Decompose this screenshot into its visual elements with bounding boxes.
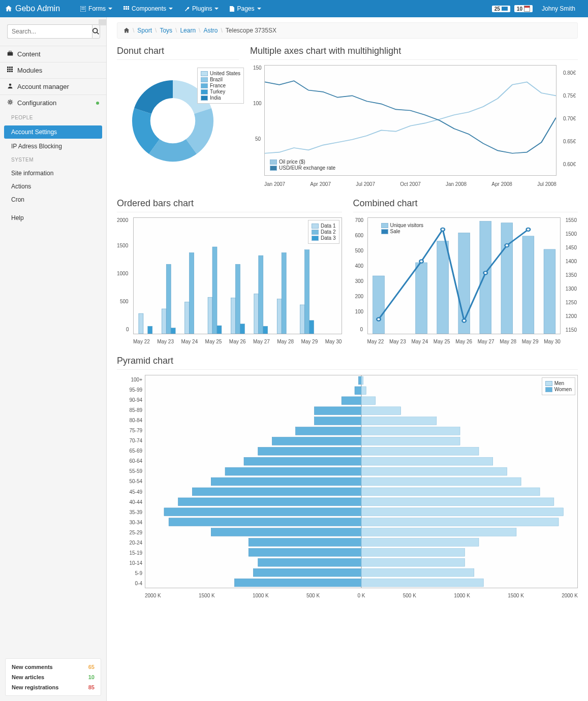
gear-icon: [7, 99, 13, 107]
sidebar-toggle[interactable]: [99, 19, 107, 25]
svg-rect-102: [361, 579, 483, 587]
combined-title: Combined chart: [353, 198, 578, 212]
stat-reg-val: 85: [88, 684, 95, 690]
svg-rect-93: [361, 488, 540, 496]
svg-rect-50: [501, 223, 513, 334]
user-menu[interactable]: Johny Smith: [537, 2, 583, 15]
svg-rect-28: [231, 298, 235, 334]
svg-rect-11: [8, 52, 13, 56]
svg-rect-7: [126, 8, 127, 10]
svg-rect-62: [355, 387, 361, 395]
svg-rect-84: [361, 397, 376, 405]
sidebar-content[interactable]: Content: [0, 46, 106, 62]
status-dot: [96, 102, 99, 105]
svg-rect-37: [282, 252, 286, 334]
svg-rect-33: [190, 252, 194, 334]
svg-rect-63: [342, 397, 361, 405]
stat-articles-val: 10: [88, 674, 95, 680]
svg-rect-91: [361, 467, 507, 475]
stat-comments-val: 65: [88, 664, 95, 670]
navbar: Gebo Admin Forms Components Plugins Page…: [0, 0, 588, 17]
brand[interactable]: Gebo Admin: [5, 4, 60, 13]
home-icon[interactable]: [123, 27, 130, 34]
caret-icon: [257, 8, 261, 10]
svg-rect-70: [225, 467, 361, 475]
svg-rect-75: [169, 518, 361, 526]
bottom-stats: New comments65 New articles10 New regist…: [5, 658, 101, 696]
svg-rect-52: [544, 249, 555, 334]
svg-rect-13: [7, 67, 9, 68]
caret-icon: [169, 8, 173, 10]
svg-rect-73: [178, 498, 361, 506]
svg-rect-76: [211, 528, 361, 536]
svg-rect-66: [296, 427, 361, 435]
svg-rect-79: [258, 558, 361, 566]
search-icon: [92, 28, 100, 35]
sidebar-site-info[interactable]: Site information: [0, 167, 106, 180]
sidebar-modules[interactable]: Modules: [0, 62, 106, 78]
sidebar-account-manager[interactable]: Account manager: [0, 79, 106, 94]
user-icon: [7, 83, 13, 90]
calendar-badge[interactable]: 10: [514, 5, 533, 12]
svg-rect-72: [192, 488, 361, 496]
svg-point-9: [93, 28, 98, 33]
svg-rect-100: [361, 558, 465, 566]
combined-chart: Unique visitors Sale 700 600 500 400 300…: [353, 217, 578, 344]
briefcase-icon: [7, 50, 13, 58]
crumb-astro[interactable]: Astro: [203, 27, 218, 34]
combined-legend: Unique visitors Sale: [378, 220, 427, 237]
search-button[interactable]: [92, 24, 100, 39]
svg-rect-29: [254, 294, 259, 334]
donut-chart: United States Brazil France Turkey India: [117, 65, 239, 177]
svg-rect-26: [185, 302, 190, 334]
nav-components[interactable]: Components: [118, 2, 178, 15]
sidebar-cron[interactable]: Cron: [0, 193, 106, 206]
wrench-icon: [184, 6, 190, 12]
crumb-sport[interactable]: Sport: [137, 27, 152, 34]
ordered-bars-chart: Data 1 Data 2 Data 3 2000 1500 1000 500 …: [117, 217, 342, 344]
svg-rect-71: [211, 477, 361, 486]
breadcrumb: \Sport \Toys \Learn \Astro \Telescope 37…: [117, 22, 578, 39]
sidebar-ip-blocking[interactable]: IP Adress Blocking: [0, 140, 106, 153]
svg-rect-85: [361, 407, 401, 415]
nav-plugins[interactable]: Plugins: [179, 2, 224, 15]
svg-rect-15: [11, 67, 13, 68]
donut-title: Donut chart: [117, 46, 239, 60]
nav-pages[interactable]: Pages: [225, 2, 266, 15]
stat-comments-label: New comments: [12, 664, 53, 670]
svg-rect-68: [258, 447, 361, 455]
svg-rect-30: [277, 299, 282, 334]
svg-rect-83: [361, 387, 366, 395]
svg-rect-44: [310, 321, 314, 334]
svg-rect-47: [437, 241, 448, 334]
svg-rect-101: [361, 568, 474, 577]
sidebar-configuration[interactable]: Configuration: [0, 95, 106, 111]
svg-rect-97: [361, 528, 516, 536]
svg-rect-17: [9, 69, 11, 70]
svg-rect-96: [361, 518, 559, 526]
sidebar-account-settings[interactable]: Account Settings: [4, 125, 102, 139]
home-icon: [5, 5, 12, 12]
svg-rect-74: [164, 508, 361, 516]
sidebar-actions[interactable]: Actions: [0, 180, 106, 193]
svg-rect-89: [361, 447, 479, 455]
svg-rect-27: [208, 297, 212, 334]
svg-point-58: [505, 244, 509, 247]
svg-point-55: [441, 228, 445, 231]
search-input[interactable]: [7, 24, 92, 39]
svg-rect-16: [7, 69, 9, 70]
svg-rect-35: [235, 264, 240, 334]
sidebar-help[interactable]: Help: [0, 211, 106, 225]
svg-rect-3: [123, 6, 125, 8]
mail-badge[interactable]: 25: [492, 6, 510, 12]
bars-title: Ordered bars chart: [117, 198, 342, 212]
svg-point-57: [483, 271, 487, 274]
mail-icon: [502, 7, 508, 11]
svg-rect-21: [11, 71, 13, 72]
crumb-learn[interactable]: Learn: [180, 27, 196, 34]
crumb-toys[interactable]: Toys: [160, 27, 172, 34]
stat-articles-label: New articles: [12, 674, 44, 680]
svg-rect-90: [361, 457, 493, 465]
svg-point-56: [462, 319, 466, 322]
nav-forms[interactable]: Forms: [75, 2, 117, 15]
